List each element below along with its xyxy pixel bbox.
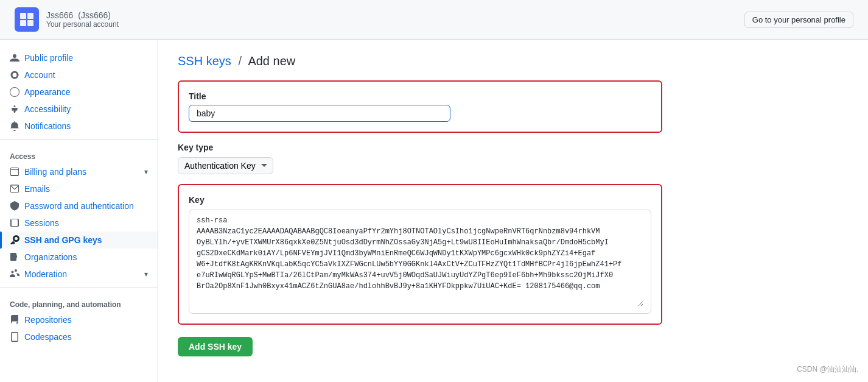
sidebar-item-appearance[interactable]: Appearance (0, 83, 158, 101)
svg-rect-4 (27, 20, 33, 26)
main-content: SSH keys / Add new Title Key type Authen… (158, 40, 682, 382)
top-bar: Jss666 (Jss666) Your personal account Go… (0, 0, 868, 40)
sidebar-label-accessibility: Accessibility (24, 104, 71, 114)
sidebar-item-accessibility[interactable]: Accessibility (0, 101, 158, 118)
sidebar-item-billing[interactable]: Billing and plans ▾ (0, 163, 158, 180)
sidebar-label-public-profile: Public profile (24, 53, 73, 63)
access-label: Access (0, 145, 158, 163)
breadcrumb-link[interactable]: SSH keys (178, 54, 231, 68)
codespaces-icon (10, 332, 19, 342)
sidebar-item-ssh-gpg[interactable]: SSH and GPG keys (0, 232, 158, 249)
mail-icon (10, 184, 19, 194)
key-textarea[interactable]: ssh-rsa AAAAB3NzaC1yc2EAAAADAQABAABgQC8I… (197, 215, 643, 306)
go-profile-button[interactable]: Go to your personal profile (744, 12, 853, 28)
key-section: Key ssh-rsa AAAAB3NzaC1yc2EAAAADAQABAABg… (178, 184, 662, 325)
moderation-icon (10, 269, 19, 279)
username-parens: (Jss666) (78, 10, 111, 20)
sidebar-item-codespaces[interactable]: Codespaces (0, 328, 158, 345)
sidebar-label-organizations: Organizations (24, 252, 77, 262)
sidebar-item-password-auth[interactable]: Password and authentication (0, 197, 158, 214)
sidebar-item-organizations[interactable]: Organizations (0, 249, 158, 266)
title-input[interactable] (189, 105, 450, 122)
org-icon (10, 252, 19, 262)
sidebar-label-codespaces: Codespaces (24, 332, 72, 342)
sidebar-label-repositories: Repositories (24, 315, 72, 325)
sidebar: Public profile Account Appearance Access… (0, 40, 158, 382)
key-textarea-wrapper: ssh-rsa AAAAB3NzaC1yc2EAAAADAQABAABgQC8I… (189, 210, 651, 314)
avatar (15, 7, 39, 32)
code-planning-label: Code, planning, and automation (0, 293, 158, 311)
key-type-wrapper: Key type Authentication Key Signing Key (178, 143, 662, 174)
sidebar-item-emails[interactable]: Emails (0, 180, 158, 197)
svg-rect-1 (20, 13, 26, 19)
key-type-select[interactable]: Authentication Key Signing Key (178, 157, 273, 174)
repo-icon (10, 315, 19, 325)
sidebar-label-sessions: Sessions (24, 218, 59, 228)
sessions-icon (10, 218, 19, 228)
key-icon (10, 235, 19, 245)
sidebar-label-emails: Emails (24, 184, 50, 194)
sidebar-label-account: Account (24, 70, 55, 80)
bell-icon (10, 121, 19, 131)
sidebar-item-repositories[interactable]: Repositories (0, 311, 158, 328)
sidebar-item-public-profile[interactable]: Public profile (0, 49, 158, 66)
sidebar-label-ssh-gpg: SSH and GPG keys (24, 235, 102, 245)
svg-rect-3 (20, 20, 26, 26)
user-info: Jss666 (Jss666) Your personal account (46, 10, 119, 29)
sidebar-label-notifications: Notifications (24, 121, 71, 131)
breadcrumb-current: Add new (248, 54, 295, 68)
sidebar-item-account[interactable]: Account (0, 66, 158, 83)
username-text: Jss666 (46, 10, 73, 20)
accessibility-icon (10, 104, 19, 114)
chevron-down-icon: ▾ (144, 168, 148, 176)
title-section: Title (178, 80, 662, 133)
sidebar-label-appearance: Appearance (24, 87, 71, 97)
sidebar-label-billing: Billing and plans (24, 167, 86, 177)
breadcrumb-separator: / (238, 54, 242, 68)
person-icon (10, 53, 19, 63)
chevron-down-icon-moderation: ▾ (144, 270, 148, 278)
watermark: CSDN @汕汕汕汕. (797, 364, 858, 375)
top-bar-left: Jss666 (Jss666) Your personal account (15, 7, 119, 32)
sidebar-item-moderation[interactable]: Moderation ▾ (0, 266, 158, 283)
sidebar-item-sessions[interactable]: Sessions (0, 214, 158, 232)
layout: Public profile Account Appearance Access… (0, 40, 868, 382)
appearance-icon (10, 87, 19, 97)
sidebar-label-password-auth: Password and authentication (24, 201, 134, 211)
svg-rect-2 (27, 13, 33, 19)
add-ssh-key-button[interactable]: Add SSH key (178, 337, 253, 356)
user-display-name: Jss666 (Jss666) (46, 10, 119, 20)
gear-icon (10, 70, 19, 80)
key-type-label: Key type (178, 143, 662, 152)
sidebar-divider-2 (0, 288, 158, 288)
user-subtitle: Your personal account (46, 20, 119, 29)
billing-icon (10, 167, 19, 177)
title-label: Title (189, 91, 651, 101)
page-breadcrumb: SSH keys / Add new (178, 54, 662, 68)
sidebar-label-moderation: Moderation (24, 269, 67, 279)
shield-icon (10, 201, 19, 211)
sidebar-item-notifications[interactable]: Notifications (0, 118, 158, 135)
key-label: Key (189, 195, 651, 205)
sidebar-divider-1 (0, 140, 158, 140)
